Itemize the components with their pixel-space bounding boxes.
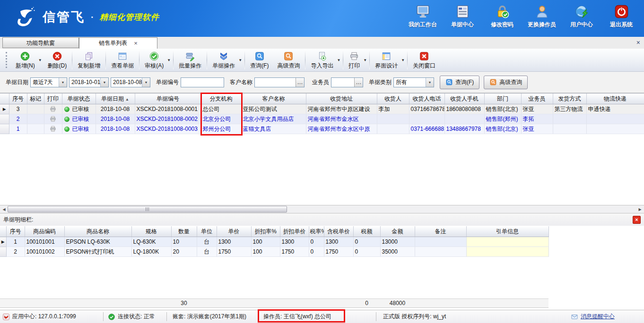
column-header[interactable]: 备注 xyxy=(415,226,466,237)
detail-row[interactable]: 2100101002EPSON针式打印机LQ-1800K20台175010017… xyxy=(0,247,548,257)
detail-cell[interactable]: 0 xyxy=(309,237,324,247)
column-header[interactable]: 单位 xyxy=(197,226,217,237)
address-cell[interactable]: 河南省郑州市金水区 xyxy=(306,114,377,124)
column-header[interactable]: 序号 xyxy=(9,94,27,104)
detail-cell[interactable]: 1300 xyxy=(217,237,251,247)
row-selector-cell[interactable]: ▶ xyxy=(0,104,9,114)
dropdown-arrow-icon[interactable]: ▼ xyxy=(237,58,244,62)
mark-cell[interactable] xyxy=(27,114,44,124)
tab-close-icon[interactable]: × xyxy=(134,40,138,46)
column-header[interactable]: 单价 xyxy=(217,226,251,237)
ui-design-button[interactable]: 界面设计 xyxy=(371,49,402,71)
doc-type-select[interactable]: 所有 ▼ xyxy=(393,77,434,87)
detail-cell[interactable]: EPSON LQ-630K xyxy=(64,237,131,247)
doc-ops-button[interactable]: 单据操作 xyxy=(208,49,239,71)
ship-cell[interactable] xyxy=(553,114,586,124)
print-button[interactable]: 打印 xyxy=(344,49,364,71)
dept-cell[interactable]: 销售部(北京) xyxy=(484,124,521,134)
column-header[interactable]: 税率% xyxy=(309,226,324,237)
quick-action-change-password[interactable]: 修改密码 xyxy=(482,4,522,29)
salesman-cell[interactable]: 张亚 xyxy=(521,124,553,134)
detail-cell[interactable] xyxy=(415,237,466,247)
tabstrip-close-icon[interactable]: × xyxy=(636,39,640,46)
detail-cell[interactable]: 20 xyxy=(171,247,197,257)
doc_no-cell[interactable]: XSCKD-20181008-0002 xyxy=(135,114,201,124)
add-button[interactable]: 新增(N) xyxy=(11,49,39,71)
column-header[interactable]: 序号 xyxy=(6,226,25,237)
column-header[interactable]: 物流快递 xyxy=(586,94,644,104)
audit-button[interactable]: 审核(A) xyxy=(140,49,168,71)
address-cell[interactable]: 河南省郑州市中原区建设 xyxy=(306,104,377,114)
column-header[interactable]: 打印 xyxy=(44,94,62,104)
column-header[interactable]: 引单信息 xyxy=(466,226,548,237)
column-header[interactable]: 收货人 xyxy=(377,94,409,104)
seq-cell[interactable]: 3 xyxy=(9,104,27,114)
phone-cell[interactable]: 0371-666688 xyxy=(409,124,444,134)
seq-cell[interactable]: 1 xyxy=(9,124,27,134)
salesman-cell[interactable]: 张亚 xyxy=(521,104,553,114)
mobile-cell[interactable] xyxy=(444,114,484,124)
logistics-cell[interactable] xyxy=(586,114,644,124)
status-cell[interactable]: 已审核 xyxy=(62,124,96,134)
tab-function-nav[interactable]: 功能导航窗 xyxy=(2,37,79,48)
chevron-down-icon[interactable]: ▼ xyxy=(142,78,150,87)
print-cell[interactable] xyxy=(44,114,62,124)
dropdown-arrow-icon[interactable]: ▼ xyxy=(400,58,406,62)
branch-cell[interactable]: 北京分公司 xyxy=(201,114,241,124)
customer-input[interactable] xyxy=(255,78,296,87)
receiver-cell[interactable]: 李加 xyxy=(377,104,409,114)
column-header[interactable]: 折扣率% xyxy=(251,226,280,237)
print-cell[interactable] xyxy=(44,124,62,134)
row-selector-cell[interactable] xyxy=(0,247,6,257)
date-cell[interactable]: 2018-10-08 xyxy=(96,114,135,124)
date-range-select[interactable]: 最近7天 ▼ xyxy=(30,77,67,87)
column-header[interactable]: 税额 xyxy=(353,226,380,237)
column-header[interactable]: 折扣单价 xyxy=(280,226,309,237)
chevron-down-icon[interactable]: ▼ xyxy=(426,78,434,87)
advanced-query-button[interactable]: 高级查询 xyxy=(484,76,528,89)
mobile-cell[interactable]: 13488667978 xyxy=(444,124,484,134)
dropdown-arrow-icon[interactable]: ▼ xyxy=(37,58,44,62)
column-header[interactable]: 收货地址 xyxy=(306,94,377,104)
copy-new-button[interactable]: 复制新增 xyxy=(73,49,104,71)
mark-cell[interactable] xyxy=(27,124,44,134)
detail-cell[interactable]: 100 xyxy=(251,237,280,247)
toolbar-grip-handle[interactable] xyxy=(6,52,9,68)
date-from-select[interactable]: 2018-10-01 ▼ xyxy=(69,77,109,87)
salesman-cell[interactable]: 李拓 xyxy=(521,114,553,124)
detail-cell[interactable]: 台 xyxy=(197,237,217,247)
seq-cell[interactable]: 2 xyxy=(9,114,27,124)
detail-cell[interactable]: 10 xyxy=(171,237,197,247)
phone-cell[interactable] xyxy=(409,114,444,124)
quick-action-exit-system[interactable]: 退出系统 xyxy=(601,4,641,29)
status-cell[interactable]: 已审核 xyxy=(62,114,96,124)
scrollbar-thumb[interactable] xyxy=(8,206,287,212)
detail-cell[interactable]: 1750 xyxy=(217,247,251,257)
detail-cell[interactable]: 1750 xyxy=(324,247,353,257)
date-cell[interactable]: 2018-10-08 xyxy=(96,124,135,134)
detail-cell[interactable]: 2 xyxy=(6,247,25,257)
delete-button[interactable]: 删除(D) xyxy=(44,49,71,71)
detail-close-icon[interactable]: × xyxy=(633,216,641,224)
column-header[interactable]: 商品编码 xyxy=(25,226,64,237)
detail-cell[interactable] xyxy=(466,247,548,257)
status-cell[interactable]: 已审核 xyxy=(62,104,96,114)
column-header[interactable]: 商品名称 xyxy=(64,226,131,237)
detail-cell[interactable]: 100101002 xyxy=(25,247,64,257)
import-export-button[interactable]: 导入导出 xyxy=(306,49,338,71)
print-cell[interactable] xyxy=(44,104,62,114)
dept-cell[interactable]: 销售部(北京) xyxy=(484,104,521,114)
customer-cell[interactable]: 蓝猫文具店 xyxy=(241,124,306,134)
detail-cell[interactable]: LQ-630K xyxy=(131,237,171,247)
salesman-lookup-button[interactable]: … xyxy=(354,78,363,87)
query-button[interactable]: 查询(F) xyxy=(246,49,273,71)
branch-cell[interactable]: 郑州分公司 xyxy=(201,124,241,134)
customer-lookup-button[interactable]: … xyxy=(296,78,304,87)
detail-cell[interactable]: EPSON针式打印机 xyxy=(64,247,131,257)
quick-action-my-workbench[interactable]: 我的工作台 xyxy=(403,4,443,29)
column-header[interactable]: 标记 xyxy=(27,94,44,104)
column-header[interactable]: 金额 xyxy=(380,226,415,237)
column-header[interactable]: 业务员 xyxy=(521,94,553,104)
horizontal-scrollbar[interactable]: ◀ ▶ xyxy=(0,205,644,213)
table-row[interactable]: ▶3已审核2018-10-08XSCKD-20181008-0001总公司亚拓公… xyxy=(0,104,644,114)
